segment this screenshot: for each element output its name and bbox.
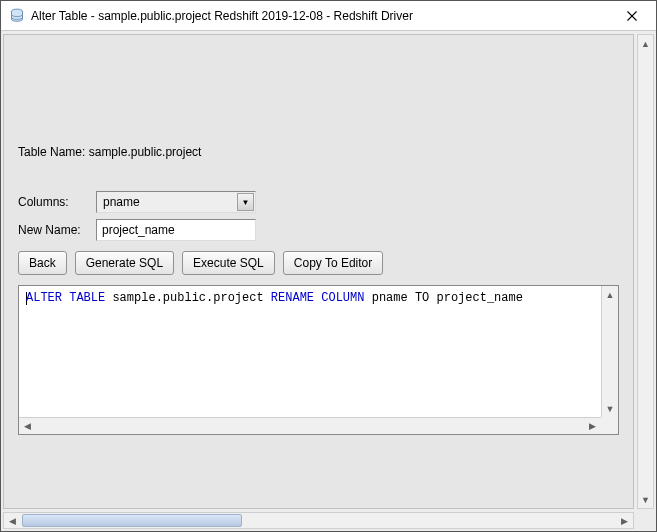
new-name-label: New Name: — [18, 223, 96, 237]
outer-horizontal-scrollbar[interactable]: ◀ ▶ — [3, 512, 634, 529]
sql-keyword: ALTER TABLE — [26, 291, 105, 305]
database-icon — [9, 8, 25, 24]
sql-pane: ALTER TABLE sample.public.project RENAME… — [18, 285, 619, 435]
scroll-down-icon[interactable]: ▼ — [638, 491, 653, 508]
scroll-right-icon[interactable]: ▶ — [616, 513, 633, 528]
scroll-corner — [601, 417, 618, 434]
title-bar: Alter Table - sample.public.project Reds… — [1, 1, 656, 31]
back-button[interactable]: Back — [18, 251, 67, 275]
client-area: Table Name: sample.public.project Column… — [1, 31, 656, 531]
sql-vertical-scrollbar[interactable]: ▲ ▼ — [601, 286, 618, 417]
execute-sql-button[interactable]: Execute SQL — [182, 251, 275, 275]
new-name-row: New Name: — [18, 219, 619, 241]
close-button[interactable] — [609, 2, 654, 30]
scroll-up-icon[interactable]: ▲ — [638, 35, 653, 52]
outer-vertical-scrollbar[interactable]: ▲ ▼ — [637, 34, 654, 509]
sql-horizontal-scrollbar[interactable]: ◀ ▶ — [19, 417, 618, 434]
scroll-thumb[interactable] — [22, 514, 242, 527]
copy-to-editor-button[interactable]: Copy To Editor — [283, 251, 384, 275]
sql-text-area[interactable]: ALTER TABLE sample.public.project RENAME… — [20, 287, 600, 416]
dropdown-arrow-icon[interactable]: ▼ — [237, 193, 254, 211]
columns-label: Columns: — [18, 195, 96, 209]
table-name-label: Table Name: — [18, 145, 89, 159]
table-name-value: sample.public.project — [89, 145, 202, 159]
generate-sql-button[interactable]: Generate SQL — [75, 251, 174, 275]
table-name-row: Table Name: sample.public.project — [18, 145, 619, 159]
scroll-right-icon[interactable]: ▶ — [584, 418, 601, 434]
scroll-down-icon[interactable]: ▼ — [602, 400, 618, 417]
content-panel: Table Name: sample.public.project Column… — [3, 34, 634, 509]
new-name-input[interactable] — [96, 219, 256, 241]
scroll-left-icon[interactable]: ◀ — [19, 418, 36, 434]
columns-combobox-value: pname — [103, 195, 140, 209]
sql-text: sample.public.project — [105, 291, 271, 305]
window-title: Alter Table - sample.public.project Reds… — [31, 9, 609, 23]
sql-keyword: RENAME COLUMN — [271, 291, 365, 305]
sql-text: pname TO project_name — [364, 291, 522, 305]
scroll-up-icon[interactable]: ▲ — [602, 286, 618, 303]
columns-combobox[interactable]: pname ▼ — [96, 191, 256, 213]
scroll-left-icon[interactable]: ◀ — [4, 513, 21, 528]
columns-row: Columns: pname ▼ — [18, 191, 619, 213]
button-row: Back Generate SQL Execute SQL Copy To Ed… — [18, 251, 619, 275]
